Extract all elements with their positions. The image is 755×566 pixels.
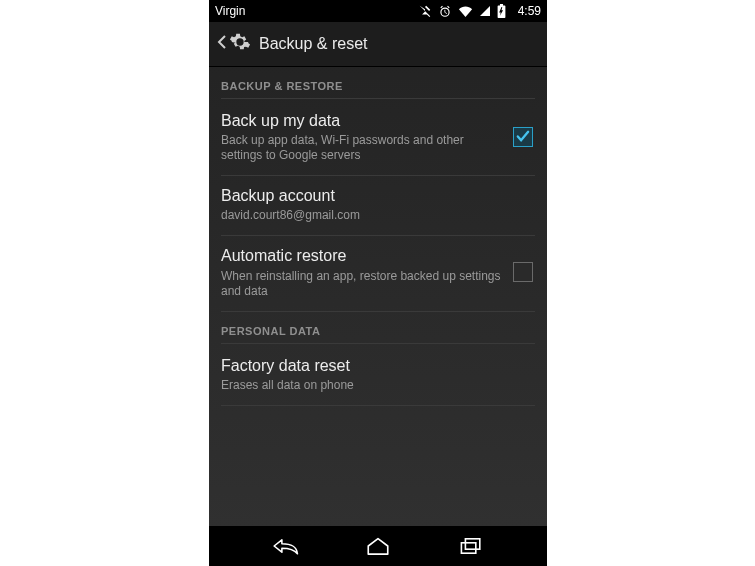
action-bar[interactable]: Backup & reset <box>209 22 547 67</box>
row-automatic-restore[interactable]: Automatic restore When reinstalling an a… <box>221 236 535 311</box>
checkbox-backup-my-data[interactable] <box>513 127 533 147</box>
row-subtitle: Erases all data on phone <box>221 378 525 393</box>
row-title: Backup account <box>221 186 525 205</box>
checkbox-automatic-restore[interactable] <box>513 262 533 282</box>
section-header-personal-data: PERSONAL DATA <box>221 312 535 344</box>
row-backup-my-data[interactable]: Back up my data Back up app data, Wi-Fi … <box>221 101 535 176</box>
nav-home-button[interactable] <box>361 529 395 563</box>
status-clock: 4:59 <box>518 0 541 22</box>
row-title: Factory data reset <box>221 356 525 375</box>
nav-back-button[interactable] <box>268 529 302 563</box>
row-factory-data-reset[interactable]: Factory data reset Erases all data on ph… <box>221 346 535 406</box>
row-subtitle: When reinstalling an app, restore backed… <box>221 269 503 299</box>
svg-rect-1 <box>465 539 479 549</box>
mute-icon <box>418 4 432 18</box>
wifi-icon <box>458 5 473 17</box>
nav-bar <box>209 526 547 566</box>
gear-icon <box>229 31 259 57</box>
status-bar: Virgin <box>209 0 547 22</box>
status-icons: 4:59 <box>418 0 541 22</box>
back-caret-icon[interactable] <box>217 34 229 54</box>
svg-rect-0 <box>461 543 475 553</box>
section-header-backup-restore: BACKUP & RESTORE <box>221 67 535 99</box>
signal-icon <box>479 5 491 17</box>
carrier-label: Virgin <box>215 0 245 22</box>
page-title: Backup & reset <box>259 36 368 52</box>
nav-recent-button[interactable] <box>454 529 488 563</box>
row-backup-account[interactable]: Backup account david.court86@gmail.com <box>221 176 535 236</box>
row-subtitle: david.court86@gmail.com <box>221 208 525 223</box>
settings-content: BACKUP & RESTORE Back up my data Back up… <box>209 67 547 406</box>
row-title: Back up my data <box>221 111 503 130</box>
phone-frame: Virgin <box>209 0 547 566</box>
row-subtitle: Back up app data, Wi-Fi passwords and ot… <box>221 133 503 163</box>
row-title: Automatic restore <box>221 246 503 265</box>
alarm-icon <box>438 4 452 18</box>
battery-charging-icon <box>497 4 506 18</box>
